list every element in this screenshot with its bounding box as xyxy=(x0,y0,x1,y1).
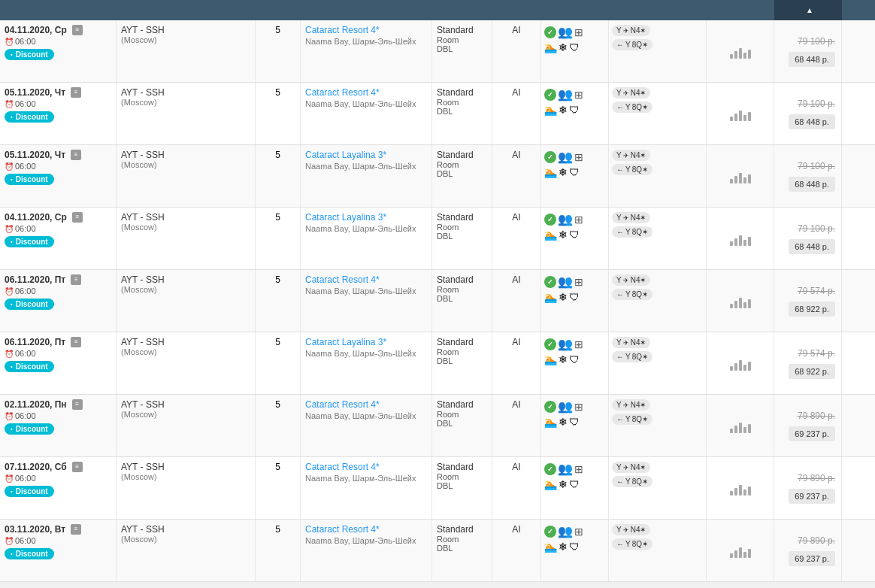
buy-button[interactable]: 68 922 р. xyxy=(789,364,835,379)
discount-badge[interactable]: Discount xyxy=(5,236,54,247)
buy-button[interactable]: 68 922 р. xyxy=(789,302,835,317)
flight-out-badge[interactable]: Y ✈ N4✶ xyxy=(612,462,650,473)
bar-2 xyxy=(734,301,737,308)
chart-cell[interactable] xyxy=(707,520,774,581)
chart-bars xyxy=(730,293,751,308)
col-meals xyxy=(492,0,541,20)
chart-cell[interactable] xyxy=(707,83,774,144)
room-name-value: Room xyxy=(437,35,487,44)
discount-badge[interactable]: Discount xyxy=(5,111,54,123)
chart-cell[interactable] xyxy=(707,208,774,269)
bar-5 xyxy=(748,424,751,433)
bar-3 xyxy=(739,298,742,308)
flight-ret-badge[interactable]: ← Y 8Q✶ xyxy=(612,538,652,550)
flight-out-badge[interactable]: Y ✈ N4✶ xyxy=(612,524,650,535)
discount-badge[interactable]: Discount xyxy=(5,299,54,310)
flight-ret-badge[interactable]: ← Y 8Q✶ xyxy=(612,476,652,487)
flight-return: ← Y 8Q✶ xyxy=(612,414,703,425)
flight-ret-badge[interactable]: ← Y 8Q✶ xyxy=(612,39,652,50)
city-value: (Moscow) xyxy=(121,535,250,544)
hotel-link[interactable]: Cataract Resort 4* xyxy=(305,462,427,472)
discount-badge[interactable]: Discount xyxy=(5,486,54,497)
room-name-value: Room xyxy=(437,160,487,169)
flight-ret-badge[interactable]: ← Y 8Q✶ xyxy=(612,164,652,175)
chart-bars xyxy=(730,106,751,121)
hotel-link[interactable]: Cataract Layalina 3* xyxy=(305,212,427,223)
buy-button[interactable]: 68 448 р. xyxy=(789,239,835,254)
hotel-link[interactable]: Cataract Resort 4* xyxy=(305,87,427,98)
list-icon[interactable]: ≡ xyxy=(71,337,81,347)
check-icon: ✓ xyxy=(544,89,556,101)
flight-out-y: Y xyxy=(616,214,622,222)
chart-cell[interactable] xyxy=(707,145,774,207)
buy-button[interactable]: 69 237 р. xyxy=(789,489,835,504)
hotel-link[interactable]: Cataract Layalina 3* xyxy=(305,337,427,347)
flight-ret-badge[interactable]: ← Y 8Q✶ xyxy=(612,351,652,362)
list-icon[interactable]: ≡ xyxy=(72,212,83,223)
flight-ret-badge[interactable]: ← Y 8Q✶ xyxy=(612,289,652,300)
buy-button[interactable]: 68 448 р. xyxy=(789,114,835,129)
date-value: 03.11.2020, Вт xyxy=(5,524,65,535)
flight-out-badge[interactable]: Y ✈ N4✶ xyxy=(612,150,650,161)
chart-cell[interactable] xyxy=(707,20,774,82)
flight-out-badge[interactable]: Y ✈ N4✶ xyxy=(612,87,650,99)
buy-button[interactable]: 68 448 р. xyxy=(789,52,835,67)
chart-cell[interactable] xyxy=(707,270,774,332)
list-icon[interactable]: ≡ xyxy=(71,274,81,285)
hotel-link[interactable]: Cataract Resort 4* xyxy=(305,399,427,410)
list-icon[interactable]: ≡ xyxy=(72,462,83,472)
date-cell: 04.11.2020, Ср ≡ ⏰ 06:00 Discount xyxy=(0,208,117,269)
flight-out-badge[interactable]: Y ✈ N4✶ xyxy=(612,399,650,411)
plane-right-icon: ✈ xyxy=(623,402,629,409)
nights-value: 5 xyxy=(275,25,280,35)
nights-cell: 5 xyxy=(256,457,301,519)
date-value: 04.11.2020, Ср xyxy=(5,25,67,35)
flight-ret-badge[interactable]: ← Y 8Q✶ xyxy=(612,226,652,238)
list-icon[interactable]: ≡ xyxy=(71,150,81,160)
list-icon[interactable]: ≡ xyxy=(71,524,81,535)
buy-button[interactable]: 68 448 р. xyxy=(789,177,835,192)
flight-out-badge[interactable]: Y ✈ N4✶ xyxy=(612,212,650,223)
city-value: (Moscow) xyxy=(121,98,250,107)
chart-cell[interactable] xyxy=(707,395,774,456)
flight-ret-badge[interactable]: ← Y 8Q✶ xyxy=(612,102,652,113)
hotel-link[interactable]: Cataract Resort 4* xyxy=(305,25,427,35)
flight-cell: Y ✈ N4✶ ← Y 8Q✶ xyxy=(609,20,707,82)
hotel-link[interactable]: Cataract Resort 4* xyxy=(305,274,427,285)
table-row: 05.11.2020, Чт ≡ ⏰ 06:00 Discount AYT - … xyxy=(0,83,875,145)
snow-icon: ❄ xyxy=(559,41,568,53)
hotel-link[interactable]: Cataract Resort 4* xyxy=(305,524,427,535)
flight-out-badge[interactable]: Y ✈ N4✶ xyxy=(612,337,650,348)
date-cell: 05.11.2020, Чт ≡ ⏰ 06:00 Discount xyxy=(0,145,117,207)
list-icon[interactable]: ≡ xyxy=(72,399,83,410)
bar-5 xyxy=(748,299,751,308)
discount-badge[interactable]: Discount xyxy=(5,423,54,435)
discount-badge[interactable]: Discount xyxy=(5,174,54,185)
list-icon[interactable]: ≡ xyxy=(71,87,81,98)
col-price[interactable]: ▲ xyxy=(774,0,842,20)
hotel-location: Naama Bay, Шарм-Эль-Шейх xyxy=(305,224,427,233)
buy-button[interactable]: 69 237 р. xyxy=(789,426,835,441)
chart-bars xyxy=(730,168,751,183)
city-value: (Moscow) xyxy=(121,472,250,481)
flight-out-badge[interactable]: Y ✈ N4✶ xyxy=(612,274,650,286)
buy-button[interactable]: 69 237 р. xyxy=(789,551,835,566)
date-value: 06.11.2020, Пт xyxy=(5,337,65,347)
hotel-location: Naama Bay, Шарм-Эль-Шейх xyxy=(305,411,427,420)
discount-badge[interactable]: Discount xyxy=(5,361,54,372)
meals-cell: AI xyxy=(492,208,541,269)
price-old-value: 79 890 р. xyxy=(798,535,835,546)
list-icon[interactable]: ≡ xyxy=(72,25,83,35)
flight-ret-badge[interactable]: ← Y 8Q✶ xyxy=(612,414,652,425)
discount-badge[interactable]: Discount xyxy=(5,49,54,60)
discount-badge[interactable]: Discount xyxy=(5,548,54,559)
options-cell: ✓ 👥 ⊞ 🏊 ❄ 🛡 xyxy=(541,20,609,82)
hotel-link[interactable]: Cataract Layalina 3* xyxy=(305,150,427,160)
chart-cell[interactable] xyxy=(707,457,774,519)
bar-2 xyxy=(734,363,737,371)
shield-icon: 🛡 xyxy=(569,41,580,53)
clock-icon: ⏰ xyxy=(5,537,14,545)
flight-out-badge[interactable]: Y ✈ N4✶ xyxy=(612,25,650,36)
room-name-value: Room xyxy=(437,347,487,356)
chart-cell[interactable] xyxy=(707,332,774,394)
